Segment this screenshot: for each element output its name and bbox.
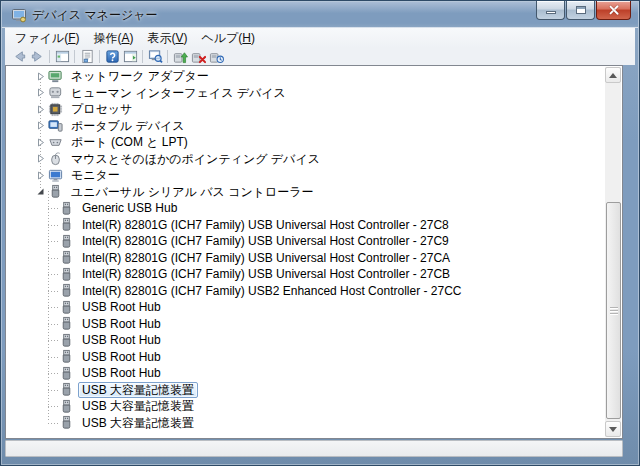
window-controls xyxy=(535,1,631,20)
usb-icon xyxy=(59,415,74,430)
update-driver-button[interactable] xyxy=(171,49,189,65)
toolbar-separator xyxy=(49,50,50,63)
tree-item-ports[interactable]: ポート (COM と LPT) xyxy=(7,134,605,151)
scroll-down-button[interactable] xyxy=(605,421,621,437)
scan-hardware-changes-button[interactable] xyxy=(146,49,164,65)
action-pane-icon xyxy=(123,49,138,64)
properties-icon xyxy=(80,49,95,64)
tree-item-usb-mass-storage-1[interactable]: USB 大容量記憶装置 xyxy=(7,382,605,399)
tree-item-label-selected: USB 大容量記憶装置 xyxy=(78,382,198,398)
back-button[interactable] xyxy=(10,49,28,65)
usb-icon xyxy=(48,184,63,199)
device-tree: ネットワーク アダプター ヒューマン インターフェイス デバイス プロセッサ ポ… xyxy=(7,67,605,437)
tree-item-label: USB Root Hub xyxy=(78,365,165,381)
scan-hardware-icon xyxy=(148,49,163,64)
tree-item-usb-root-hub-3[interactable]: USB Root Hub xyxy=(7,332,605,349)
device-manager-icon[interactable] xyxy=(11,7,27,23)
tree-item-label: Generic USB Hub xyxy=(78,200,181,216)
tree-item-network-adapters[interactable]: ネットワーク アダプター xyxy=(7,68,605,85)
toolbar-separator xyxy=(99,50,100,63)
tree-item-mice[interactable]: マウスとそのほかのポインティング デバイス xyxy=(7,151,605,168)
close-icon xyxy=(608,4,620,16)
vertical-scrollbar[interactable] xyxy=(605,67,621,437)
tree-item-usb-host-controller-27c8[interactable]: Intel(R) 82801G (ICH7 Family) USB Univer… xyxy=(7,217,605,234)
close-button[interactable] xyxy=(596,1,631,20)
usb-icon xyxy=(59,382,74,397)
tree-item-usb-mass-storage-3[interactable]: USB 大容量記憶装置 xyxy=(7,415,605,432)
tree-item-label: USB 大容量記憶装置 xyxy=(78,398,198,414)
window-title: デバイス マネージャー xyxy=(32,2,158,28)
minimize-icon xyxy=(546,11,556,14)
expand-collapsed-icon[interactable] xyxy=(34,103,47,116)
tree-item-label: USB Root Hub xyxy=(78,332,165,348)
menu-file[interactable]: ファイル(F) xyxy=(8,28,86,48)
toolbar-separator xyxy=(167,50,168,63)
tree-item-generic-usb-hub[interactable]: Generic USB Hub xyxy=(7,200,605,217)
tree-item-usb-root-hub-4[interactable]: USB Root Hub xyxy=(7,349,605,366)
expand-collapsed-icon[interactable] xyxy=(34,86,47,99)
usb-icon xyxy=(59,349,74,364)
tree-item-usb-mass-storage-2[interactable]: USB 大容量記憶装置 xyxy=(7,398,605,415)
tree-item-monitors[interactable]: モニター xyxy=(7,167,605,184)
expand-collapsed-icon[interactable] xyxy=(34,152,47,165)
help-button[interactable] xyxy=(103,49,121,65)
hardware-changes-button[interactable] xyxy=(207,49,225,65)
maximize-button[interactable] xyxy=(566,1,595,20)
tree-item-label: USB 大容量記憶装置 xyxy=(78,415,198,431)
menu-action[interactable]: 操作(A) xyxy=(86,28,140,48)
maximize-icon xyxy=(576,6,586,14)
back-icon xyxy=(12,49,27,64)
processor-icon xyxy=(48,102,63,117)
forward-button[interactable] xyxy=(28,49,46,65)
usb-icon xyxy=(59,267,74,282)
tree-item-hid-devices[interactable]: ヒューマン インターフェイス デバイス xyxy=(7,85,605,102)
tree-item-label: Intel(R) 82801G (ICH7 Family) USB Univer… xyxy=(78,250,454,266)
help-icon xyxy=(105,49,120,64)
show-action-pane-button[interactable] xyxy=(121,49,139,65)
usb-icon xyxy=(59,333,74,348)
toolbar xyxy=(5,48,635,65)
usb-icon xyxy=(59,283,74,298)
expand-collapsed-icon[interactable] xyxy=(34,70,47,83)
scrollbar-thumb[interactable] xyxy=(606,202,621,419)
tree-item-label: ヒューマン インターフェイス デバイス xyxy=(67,85,290,101)
tree-item-processors[interactable]: プロセッサ xyxy=(7,101,605,118)
minimize-button[interactable] xyxy=(536,1,565,20)
tree-item-usb-host-controller-27cb[interactable]: Intel(R) 82801G (ICH7 Family) USB Univer… xyxy=(7,266,605,283)
tree-item-usb-host-controller-27c9[interactable]: Intel(R) 82801G (ICH7 Family) USB Univer… xyxy=(7,233,605,250)
expand-collapsed-icon[interactable] xyxy=(34,136,47,149)
tree-item-label: ポータブル デバイス xyxy=(67,118,189,134)
tree-item-usb-host-controller-27ca[interactable]: Intel(R) 82801G (ICH7 Family) USB Univer… xyxy=(7,250,605,267)
usb-icon xyxy=(59,366,74,381)
tree-item-label: USB Root Hub xyxy=(78,349,165,365)
toolbar-separator xyxy=(142,50,143,63)
uninstall-device-button[interactable] xyxy=(189,49,207,65)
tree-item-label: Intel(R) 82801G (ICH7 Family) USB Univer… xyxy=(78,266,454,282)
update-driver-icon xyxy=(173,49,188,64)
scroll-up-icon xyxy=(609,73,617,78)
tree-item-usb-root-hub-2[interactable]: USB Root Hub xyxy=(7,316,605,333)
tree-item-label: Intel(R) 82801G (ICH7 Family) USB Univer… xyxy=(78,217,453,233)
tree-item-label: Intel(R) 82801G (ICH7 Family) USB Univer… xyxy=(78,233,453,249)
console-tree-icon xyxy=(55,49,70,64)
uninstall-icon xyxy=(191,49,206,64)
scroll-up-button[interactable] xyxy=(605,67,621,83)
tree-item-usb2-enhanced-controller-27cc[interactable]: Intel(R) 82801G (ICH7 Family) USB2 Enhan… xyxy=(7,283,605,300)
tree-item-label: ユニバーサル シリアル バス コントローラー xyxy=(67,184,318,200)
tree-item-label: プロセッサ xyxy=(67,101,136,117)
properties-button[interactable] xyxy=(78,49,96,65)
show-console-tree-button[interactable] xyxy=(53,49,71,65)
tree-item-label: モニター xyxy=(67,167,124,183)
expand-collapsed-icon[interactable] xyxy=(34,169,47,182)
tree-item-usb-root-hub-1[interactable]: USB Root Hub xyxy=(7,299,605,316)
tree-item-label: Intel(R) 82801G (ICH7 Family) USB2 Enhan… xyxy=(78,283,465,299)
menu-view[interactable]: 表示(V) xyxy=(140,28,194,48)
tree-item-usb-root-hub-5[interactable]: USB Root Hub xyxy=(7,365,605,382)
expand-expanded-icon[interactable] xyxy=(34,185,47,198)
monitor-icon xyxy=(48,168,63,183)
tree-item-usb-controllers[interactable]: ユニバーサル シリアル バス コントローラー xyxy=(7,184,605,201)
expand-collapsed-icon[interactable] xyxy=(34,119,47,132)
tree-item-portable-devices[interactable]: ポータブル デバイス xyxy=(7,118,605,135)
menu-help[interactable]: ヘルプ(H) xyxy=(195,28,263,48)
usb-icon xyxy=(59,217,74,232)
